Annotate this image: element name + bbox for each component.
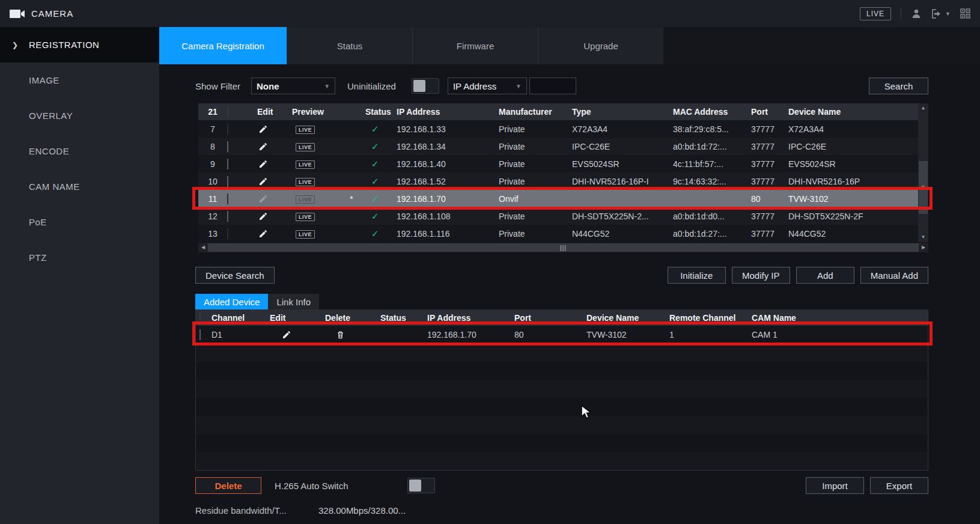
user-icon[interactable] (911, 8, 922, 19)
table-row[interactable]: 7 LIVE ✓ 192.168.1.33 Private X72A3A4 38… (198, 120, 928, 138)
main-panel: Camera Registration Status Firmware Upgr… (159, 27, 980, 524)
search-button[interactable]: Search (869, 78, 928, 94)
scrollbar-thumb[interactable]: ||| (208, 243, 919, 252)
row-checkbox[interactable] (227, 159, 228, 169)
tab-camera-registration[interactable]: Camera Registration (159, 27, 287, 64)
row-device-name: N44CG52 (788, 229, 928, 239)
row-manufacturer: Onvif (499, 194, 572, 204)
edit-icon[interactable] (258, 124, 268, 134)
row-marker: * (338, 194, 365, 204)
sidebar-item-encode[interactable]: ENCODE (0, 133, 159, 169)
table-row[interactable]: 8 LIVE ✓ 192.168.1.34 Private IPC-C26E a… (198, 138, 928, 155)
row-device-name: DHI-NVR5216-16P (788, 177, 928, 186)
export-button[interactable]: Export (870, 477, 928, 494)
delete-icon[interactable] (336, 330, 345, 340)
scroll-up-icon[interactable]: ▲ (918, 103, 928, 113)
select-all-checkbox[interactable] (227, 106, 228, 117)
edit-icon[interactable] (258, 212, 268, 221)
row-channel: D1 (212, 330, 270, 340)
grid-icon[interactable] (960, 8, 970, 19)
row-type: DHI-NVR5216-16P-I (572, 177, 673, 186)
page-title: CAMERA (31, 8, 73, 19)
initialize-button[interactable]: Initialize (668, 267, 726, 284)
sidebar-item-cam-name[interactable]: CAM NAME (0, 169, 159, 204)
scroll-left-icon[interactable]: ◀ (198, 243, 208, 252)
sidebar-item-image[interactable]: IMAGE (0, 62, 159, 98)
live-preview-button[interactable]: LIVE (296, 143, 315, 151)
row-checkbox[interactable] (227, 141, 228, 152)
row-manufacturer: Private (499, 229, 572, 239)
search-field-select[interactable]: IP Address ▼ (448, 78, 527, 94)
edit-icon[interactable] (258, 159, 268, 169)
actions-row: Device Search Initialize Modify IP Add M… (195, 267, 928, 284)
col-remote-channel: Remote Channel (669, 313, 752, 323)
tab-added-device[interactable]: Added Device (195, 294, 268, 309)
manual-add-button[interactable]: Manual Add (860, 267, 928, 284)
live-preview-button[interactable]: LIVE (296, 178, 315, 186)
row-num: 11 (198, 194, 227, 204)
sidebar-item-ptz[interactable]: PTZ (0, 240, 159, 275)
edit-icon[interactable] (258, 229, 268, 239)
row-manufacturer: Private (499, 177, 572, 186)
sidebar-item-overlay[interactable]: OVERLAY (0, 98, 159, 133)
select-all-checkbox[interactable] (199, 312, 201, 323)
vertical-scrollbar[interactable]: ▲ ≡ ▼ (918, 103, 928, 242)
status-connected-icon: ✓ (365, 193, 397, 204)
device-search-button[interactable]: Device Search (195, 267, 275, 284)
edit-icon[interactable] (258, 194, 268, 204)
tab-firmware[interactable]: Firmware (412, 27, 538, 64)
col-preview: Preview (285, 107, 338, 117)
live-preview-button[interactable]: LIVE (296, 230, 315, 239)
row-checkbox[interactable] (227, 228, 228, 239)
table-row[interactable]: 9 LIVE ✓ 192.168.1.40 Private EVS5024SR … (198, 155, 928, 172)
uninitialized-toggle[interactable] (412, 78, 439, 94)
tab-status[interactable]: Status (287, 27, 412, 64)
edit-icon[interactable] (258, 142, 268, 151)
chevron-right-icon: ❯ (12, 41, 19, 49)
status-connected-icon: ✓ (365, 124, 397, 135)
row-checkbox[interactable] (227, 211, 228, 222)
col-port: Port (751, 107, 788, 117)
search-input[interactable] (529, 78, 576, 94)
col-ip: IP Address (427, 313, 514, 323)
table-row[interactable]: 12 LIVE ✓ 192.168.1.108 Private DH-SDT5X… (198, 207, 928, 225)
table-row[interactable]: 10 LIVE ✓ 192.168.1.52 Private DHI-NVR52… (198, 172, 928, 190)
tab-upgrade[interactable]: Upgrade (538, 27, 663, 64)
table-row[interactable]: 13 LIVE ✓ 192.168.1.116 Private N44CG52 … (198, 225, 928, 242)
content: Show Filter None ▼ Uninitialized IP Addr… (159, 78, 980, 516)
scroll-down-icon[interactable]: ▼ (918, 233, 928, 242)
live-preview-button[interactable]: LIVE (296, 213, 315, 221)
live-preview-button[interactable]: LIVE (296, 160, 315, 169)
row-num: 7 (198, 124, 227, 134)
import-button[interactable]: Import (806, 477, 864, 494)
added-device-row[interactable]: D1 192.168.1.70 80 TVW-3102 1 CAM 1 (196, 326, 928, 344)
add-button[interactable]: Add (796, 267, 854, 284)
modify-ip-button[interactable]: Modify IP (732, 267, 790, 284)
row-checkbox[interactable] (199, 329, 201, 340)
horizontal-scrollbar[interactable]: ◀ ||| ▶ (198, 243, 928, 252)
h265-toggle[interactable] (407, 478, 435, 493)
row-ip: 192.168.1.116 (397, 229, 499, 239)
edit-icon[interactable] (258, 177, 268, 186)
tab-link-info[interactable]: Link Info (268, 294, 319, 309)
row-checkbox[interactable] (227, 176, 228, 187)
sidebar-item-poe[interactable]: PoE (0, 204, 159, 240)
live-preview-button[interactable]: LIVE (296, 126, 315, 134)
device-table-header: 21 Edit Preview Status IP Address Manufa… (198, 103, 928, 120)
table-row-selected[interactable]: 11 LIVE * ✓ 192.168.1.70 Onvif 80 TVW-31… (198, 190, 928, 207)
brand: CAMERA (10, 8, 73, 19)
scroll-right-icon[interactable]: ▶ (919, 243, 928, 252)
scrollbar-thumb[interactable]: ≡ (919, 161, 928, 214)
live-button[interactable]: LIVE (860, 7, 891, 20)
row-num: 12 (198, 212, 227, 221)
row-checkbox[interactable] (227, 193, 228, 204)
live-preview-button[interactable]: LIVE (296, 195, 315, 204)
filter-select[interactable]: None ▼ (251, 78, 335, 94)
edit-icon[interactable] (282, 330, 291, 340)
logout-icon[interactable]: ▼ (931, 8, 951, 19)
row-ip: 192.168.1.70 (397, 194, 499, 204)
sidebar-item-registration[interactable]: ❯ REGISTRATION (0, 27, 159, 62)
row-checkbox[interactable] (227, 124, 228, 135)
col-device-name: Device Name (586, 313, 669, 323)
delete-button[interactable]: Delete (195, 477, 261, 494)
